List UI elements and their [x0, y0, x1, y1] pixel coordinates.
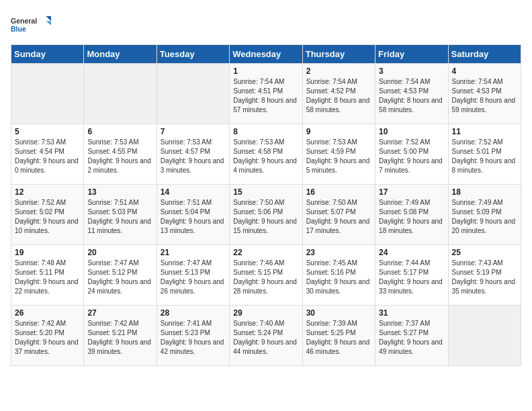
day-info: Sunrise: 7:39 AMSunset: 5:25 PMDaylight:… [306, 319, 371, 357]
day-number: 8 [233, 127, 298, 136]
day-info: Sunrise: 7:45 AMSunset: 5:16 PMDaylight:… [306, 259, 371, 296]
calendar-day-cell: 4 Sunrise: 7:54 AMSunset: 4:53 PMDayligh… [448, 64, 521, 124]
calendar-day-cell: 14 Sunrise: 7:51 AMSunset: 5:04 PMDaylig… [157, 185, 229, 245]
calendar-day-cell: 15 Sunrise: 7:50 AMSunset: 5:06 PMDaylig… [230, 185, 302, 245]
calendar-day-cell: 5 Sunrise: 7:53 AMSunset: 4:54 PMDayligh… [11, 124, 84, 185]
day-info: Sunrise: 7:52 AMSunset: 5:02 PMDaylight:… [15, 198, 80, 236]
day-number: 21 [161, 248, 226, 257]
svg-text:General: General [11, 17, 37, 25]
day-number: 6 [87, 127, 152, 136]
weekday-header-row: SundayMondayTuesdayWednesdayThursdayFrid… [11, 45, 521, 64]
day-info: Sunrise: 7:52 AMSunset: 5:01 PMDaylight:… [452, 138, 517, 175]
calendar-day-cell: 22 Sunrise: 7:46 AMSunset: 5:15 PMDaylig… [230, 245, 302, 306]
weekday-header: Monday [84, 45, 157, 64]
day-number: 26 [15, 308, 80, 318]
day-number: 1 [233, 66, 298, 76]
calendar-table: SundayMondayTuesdayWednesdayThursdayFrid… [11, 44, 521, 366]
calendar-day-cell: 3 Sunrise: 7:54 AMSunset: 4:53 PMDayligh… [375, 64, 448, 124]
calendar-week-row: 12 Sunrise: 7:52 AMSunset: 5:02 PMDaylig… [11, 185, 521, 245]
calendar-day-cell: 2 Sunrise: 7:54 AMSunset: 4:52 PMDayligh… [302, 64, 375, 124]
calendar-day-cell: 10 Sunrise: 7:52 AMSunset: 5:00 PMDaylig… [375, 124, 448, 185]
day-number: 24 [379, 248, 444, 257]
weekday-header: Thursday [302, 45, 375, 64]
calendar-day-cell: 20 Sunrise: 7:47 AMSunset: 5:12 PMDaylig… [84, 245, 157, 306]
calendar-day-cell [11, 64, 84, 124]
calendar-day-cell [84, 64, 157, 124]
day-number: 4 [452, 66, 517, 76]
day-info: Sunrise: 7:53 AMSunset: 4:54 PMDaylight:… [15, 138, 80, 175]
day-info: Sunrise: 7:44 AMSunset: 5:17 PMDaylight:… [379, 259, 444, 296]
day-number: 25 [452, 248, 517, 257]
day-info: Sunrise: 7:51 AMSunset: 5:03 PMDaylight:… [87, 198, 152, 236]
calendar-day-cell: 17 Sunrise: 7:49 AMSunset: 5:08 PMDaylig… [375, 185, 448, 245]
day-info: Sunrise: 7:54 AMSunset: 4:51 PMDaylight:… [233, 77, 298, 115]
day-number: 16 [306, 187, 371, 197]
calendar-day-cell: 25 Sunrise: 7:43 AMSunset: 5:19 PMDaylig… [448, 245, 521, 306]
day-number: 28 [161, 308, 226, 318]
day-number: 27 [87, 308, 152, 318]
weekday-header: Saturday [448, 45, 521, 64]
day-info: Sunrise: 7:43 AMSunset: 5:19 PMDaylight:… [452, 259, 517, 296]
day-number: 2 [306, 66, 371, 76]
svg-marker-2 [46, 16, 52, 21]
calendar-week-row: 26 Sunrise: 7:42 AMSunset: 5:20 PMDaylig… [11, 306, 521, 366]
day-number: 7 [161, 127, 226, 136]
day-number: 23 [306, 248, 371, 257]
calendar-day-cell: 1 Sunrise: 7:54 AMSunset: 4:51 PMDayligh… [230, 64, 302, 124]
calendar-day-cell: 28 Sunrise: 7:41 AMSunset: 5:23 PMDaylig… [157, 306, 229, 366]
calendar-day-cell: 21 Sunrise: 7:47 AMSunset: 5:13 PMDaylig… [157, 245, 229, 306]
day-number: 12 [15, 187, 80, 197]
day-number: 29 [233, 308, 298, 318]
day-info: Sunrise: 7:46 AMSunset: 5:15 PMDaylight:… [233, 259, 298, 296]
day-number: 11 [452, 127, 517, 136]
day-number: 13 [87, 187, 152, 197]
day-number: 14 [161, 187, 226, 197]
day-info: Sunrise: 7:41 AMSunset: 5:23 PMDaylight:… [161, 319, 226, 357]
svg-text:Blue: Blue [11, 25, 26, 33]
calendar-day-cell: 30 Sunrise: 7:39 AMSunset: 5:25 PMDaylig… [302, 306, 375, 366]
day-number: 20 [87, 248, 152, 257]
calendar-day-cell: 16 Sunrise: 7:50 AMSunset: 5:07 PMDaylig… [302, 185, 375, 245]
calendar-day-cell: 26 Sunrise: 7:42 AMSunset: 5:20 PMDaylig… [11, 306, 84, 366]
day-info: Sunrise: 7:47 AMSunset: 5:12 PMDaylight:… [87, 259, 152, 296]
day-number: 17 [379, 187, 444, 197]
calendar-day-cell: 8 Sunrise: 7:53 AMSunset: 4:58 PMDayligh… [230, 124, 302, 185]
day-info: Sunrise: 7:42 AMSunset: 5:20 PMDaylight:… [15, 319, 80, 357]
day-number: 22 [233, 248, 298, 257]
calendar-day-cell: 29 Sunrise: 7:40 AMSunset: 5:24 PMDaylig… [230, 306, 302, 366]
day-number: 15 [233, 187, 298, 197]
day-number: 30 [306, 308, 371, 318]
day-info: Sunrise: 7:47 AMSunset: 5:13 PMDaylight:… [161, 259, 226, 296]
calendar-day-cell: 19 Sunrise: 7:48 AMSunset: 5:11 PMDaylig… [11, 245, 84, 306]
day-number: 31 [379, 308, 444, 318]
calendar-day-cell: 27 Sunrise: 7:42 AMSunset: 5:21 PMDaylig… [84, 306, 157, 366]
day-info: Sunrise: 7:42 AMSunset: 5:21 PMDaylight:… [87, 319, 152, 357]
day-info: Sunrise: 7:40 AMSunset: 5:24 PMDaylight:… [233, 319, 298, 357]
day-info: Sunrise: 7:49 AMSunset: 5:08 PMDaylight:… [379, 198, 444, 236]
svg-marker-3 [46, 21, 52, 26]
day-info: Sunrise: 7:53 AMSunset: 4:55 PMDaylight:… [87, 138, 152, 175]
weekday-header: Wednesday [230, 45, 302, 64]
calendar-day-cell: 24 Sunrise: 7:44 AMSunset: 5:17 PMDaylig… [375, 245, 448, 306]
day-info: Sunrise: 7:54 AMSunset: 4:52 PMDaylight:… [306, 77, 371, 115]
day-info: Sunrise: 7:52 AMSunset: 5:00 PMDaylight:… [379, 138, 444, 175]
calendar-day-cell: 18 Sunrise: 7:49 AMSunset: 5:09 PMDaylig… [448, 185, 521, 245]
day-number: 3 [379, 66, 444, 76]
day-info: Sunrise: 7:53 AMSunset: 4:58 PMDaylight:… [233, 138, 298, 175]
page-header: General Blue [11, 11, 521, 38]
calendar-day-cell: 11 Sunrise: 7:52 AMSunset: 5:01 PMDaylig… [448, 124, 521, 185]
day-info: Sunrise: 7:54 AMSunset: 4:53 PMDaylight:… [379, 77, 444, 115]
day-info: Sunrise: 7:53 AMSunset: 4:59 PMDaylight:… [306, 138, 371, 175]
day-info: Sunrise: 7:48 AMSunset: 5:11 PMDaylight:… [15, 259, 80, 296]
calendar-day-cell: 13 Sunrise: 7:51 AMSunset: 5:03 PMDaylig… [84, 185, 157, 245]
calendar-day-cell [157, 64, 229, 124]
calendar-week-row: 5 Sunrise: 7:53 AMSunset: 4:54 PMDayligh… [11, 124, 521, 185]
day-info: Sunrise: 7:49 AMSunset: 5:09 PMDaylight:… [452, 198, 517, 236]
calendar-week-row: 1 Sunrise: 7:54 AMSunset: 4:51 PMDayligh… [11, 64, 521, 124]
day-number: 19 [15, 248, 80, 257]
weekday-header: Tuesday [157, 45, 229, 64]
day-info: Sunrise: 7:51 AMSunset: 5:04 PMDaylight:… [161, 198, 226, 236]
calendar-day-cell: 12 Sunrise: 7:52 AMSunset: 5:02 PMDaylig… [11, 185, 84, 245]
calendar-day-cell [448, 306, 521, 366]
day-info: Sunrise: 7:50 AMSunset: 5:07 PMDaylight:… [306, 198, 371, 236]
